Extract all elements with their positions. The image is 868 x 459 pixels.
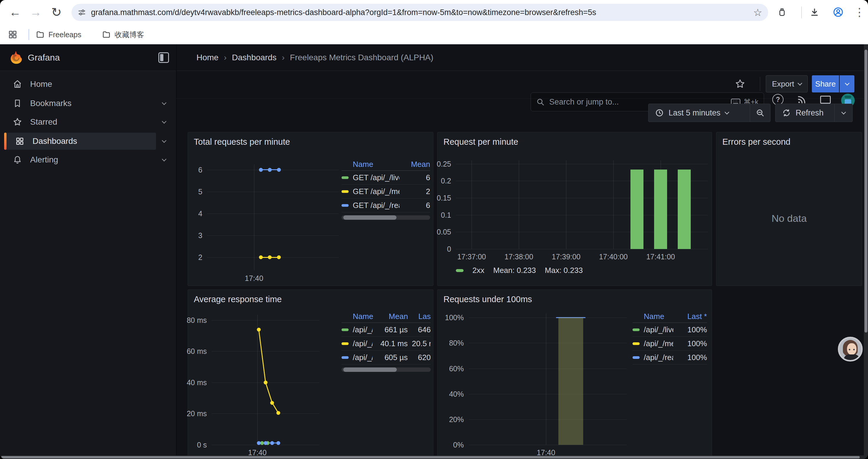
legend-row[interactable]: GET /api/_/metrics 2: [342, 185, 430, 198]
no-data-message: No data: [716, 213, 862, 224]
series-swatch: [632, 356, 640, 359]
table-scrollbar-thumb[interactable]: [343, 367, 397, 372]
col-header-last[interactable]: Last *: [677, 312, 707, 321]
grafana-brand[interactable]: Grafana: [28, 44, 60, 71]
legend-row[interactable]: /api/_/metrics 100%: [632, 337, 707, 351]
sidebar-toggle-icon[interactable]: [158, 52, 169, 63]
total-requests-chart[interactable]: 6543217:40: [207, 164, 339, 270]
legend-series-name[interactable]: 2xx: [472, 266, 484, 275]
panel-legend-table: Name Last * /api/_/livez 100% /api/_/met…: [632, 310, 707, 364]
chevron-down-icon[interactable]: [156, 121, 172, 124]
assistant-avatar-widget[interactable]: [838, 337, 863, 362]
sidebar-item-alerting[interactable]: Alerting: [4, 151, 156, 168]
col-header-name[interactable]: Name: [632, 312, 673, 321]
refresh-interval-dropdown[interactable]: [835, 104, 852, 122]
star-icon: [12, 117, 23, 127]
time-range-picker[interactable]: Last 5 minutes: [649, 104, 750, 122]
vertical-scrollbar-thumb[interactable]: [864, 50, 867, 333]
chevron-down-icon[interactable]: [156, 102, 172, 105]
average-response-chart[interactable]: 80 ms60 ms40 ms20 ms0 s17:40: [212, 315, 319, 445]
refresh-button[interactable]: Refresh: [776, 104, 834, 122]
sidebar-row-alerting: Alerting: [4, 151, 172, 168]
breadcrumb-dashboards[interactable]: Dashboards: [232, 53, 277, 62]
breadcrumb-home[interactable]: Home: [196, 53, 219, 62]
table-scrollbar[interactable]: [342, 367, 431, 372]
favorite-star-icon[interactable]: [734, 77, 747, 91]
legend-row[interactable]: /api/_/livez 100%: [632, 323, 707, 337]
legend-row[interactable]: GET /api/_/readyz 6: [342, 198, 430, 212]
legend-row[interactable]: GET /api/_/livez 6: [342, 171, 430, 185]
series-swatch: [632, 328, 640, 331]
bookmark-folder-freeleaps[interactable]: Freeleaps: [32, 27, 85, 42]
browser-menu-icon[interactable]: ⋮: [852, 5, 867, 20]
col-header-name[interactable]: Name: [342, 312, 373, 321]
sidebar-item-label: Dashboards: [32, 136, 77, 146]
url-text[interactable]: grafana.mathmast.com/d/deytv4rwavabkb/fr…: [91, 8, 750, 17]
extension-icon[interactable]: [775, 5, 789, 20]
chevron-down-icon: [841, 109, 846, 114]
refresh-group: Refresh: [775, 104, 852, 122]
col-header-mean[interactable]: Mean: [404, 160, 430, 169]
chevron-down-icon: [845, 80, 849, 85]
address-bar[interactable]: grafana.mathmast.com/d/deytv4rwavabkb/fr…: [71, 4, 768, 21]
table-scrollbar-thumb[interactable]: [343, 215, 397, 220]
legend-row[interactable]: /api/_/livez 661 µs 646: [342, 323, 431, 337]
panel-title[interactable]: Total requests per minute: [194, 137, 290, 147]
grafana-header: Grafana Home › Dashboards › Freeleaps Me…: [0, 44, 868, 71]
panel-title[interactable]: Request per minute: [443, 137, 518, 147]
series-swatch: [342, 204, 349, 207]
reload-icon[interactable]: ↻: [48, 4, 65, 21]
toolbar-divider: [176, 98, 864, 99]
legend-row[interactable]: /api/_/metrics 40.1 ms 20.5 r: [342, 337, 431, 351]
grafana-logo[interactable]: [9, 51, 23, 65]
clock-icon: [655, 108, 664, 117]
browser-window: ← → ↻ grafana.mathmast.com/d/deytv4rwava…: [0, 0, 868, 459]
horizontal-scrollbar[interactable]: [0, 455, 868, 459]
profile-icon[interactable]: [831, 5, 845, 20]
sidebar-item-starred[interactable]: Starred: [4, 113, 156, 131]
bookmarks-bar: Freeleaps 收藏博客: [0, 25, 868, 44]
panel-title[interactable]: Average response time: [194, 294, 282, 304]
export-button[interactable]: Export: [766, 75, 808, 93]
chevron-down-icon[interactable]: [156, 140, 172, 143]
browser-toolbar: ← → ↻ grafana.mathmast.com/d/deytv4rwava…: [0, 0, 868, 25]
series-swatch: [342, 356, 349, 359]
download-icon[interactable]: [807, 5, 822, 20]
legend-row[interactable]: /api/_/readyz 100%: [632, 351, 707, 364]
request-per-minute-chart[interactable]: 0.250.20.150.10.05017:37:0017:38:0017:39…: [456, 160, 708, 249]
sidebar-item-label: Starred: [30, 117, 57, 127]
col-header-name[interactable]: Name: [342, 160, 399, 169]
time-range-group: Last 5 minutes: [648, 104, 771, 122]
apps-grid-icon[interactable]: [5, 27, 20, 42]
panel-title[interactable]: Errors per second: [722, 137, 790, 147]
bookmark-folder-blogs[interactable]: 收藏博客: [98, 27, 148, 42]
bookmark-star-icon[interactable]: ☆: [753, 6, 762, 18]
time-range-label: Last 5 minutes: [669, 108, 720, 118]
horizontal-scrollbar-thumb[interactable]: [1, 456, 860, 458]
search-icon: [536, 98, 545, 106]
under-100ms-chart[interactable]: 100%80%60%40%20%0%17:40: [469, 314, 627, 445]
sidebar-row-home: Home: [4, 76, 172, 93]
panel-legend-table: Name Mean Las /api/_/livez 661 µs 646: [342, 310, 431, 372]
chevron-down-icon[interactable]: [156, 158, 172, 162]
forward-icon[interactable]: →: [27, 4, 44, 21]
col-header-mean[interactable]: Mean: [377, 312, 408, 321]
zoom-out-button[interactable]: [750, 104, 770, 122]
sidebar-item-bookmarks[interactable]: Bookmarks: [4, 95, 156, 112]
series-swatch: [342, 328, 349, 331]
back-icon[interactable]: ←: [6, 4, 24, 21]
chart-legend[interactable]: 2xx Mean: 0.233 Max: 0.233: [456, 266, 583, 275]
col-header-last[interactable]: Las: [412, 312, 431, 321]
toolbar-divider: [760, 77, 760, 91]
site-settings-icon[interactable]: [78, 8, 86, 17]
legend-max: Max: 0.233: [545, 266, 583, 275]
panel-title[interactable]: Requests under 100ms: [443, 294, 532, 304]
sidebar-item-home[interactable]: Home: [4, 76, 156, 93]
share-button[interactable]: Share: [812, 75, 839, 93]
sidebar-item-dashboards[interactable]: Dashboards: [4, 133, 156, 150]
legend-row[interactable]: /api/_/readyz 605 µs 620: [342, 351, 431, 364]
panel-legend-table: Name Mean GET /api/_/livez 6 GET /api/_/…: [342, 158, 430, 220]
vertical-scrollbar[interactable]: [864, 44, 868, 455]
table-scrollbar[interactable]: [342, 215, 430, 220]
share-dropdown-button[interactable]: [840, 75, 855, 93]
